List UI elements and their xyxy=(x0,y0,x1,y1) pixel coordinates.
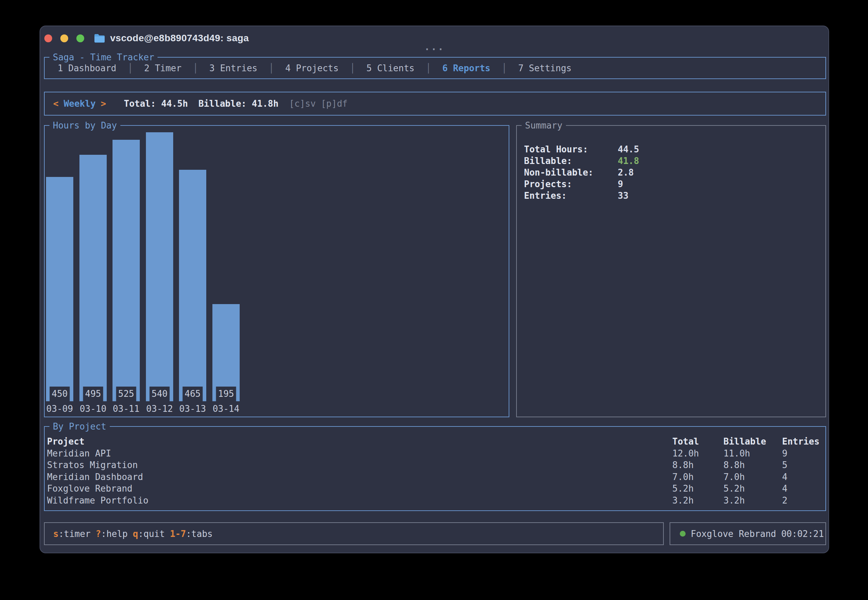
column-header-billable: Billable xyxy=(723,436,782,448)
project-cell: 5.2h xyxy=(672,483,723,495)
project-cell: 11.0h xyxy=(723,448,782,459)
hint-key: s xyxy=(53,529,59,539)
export-pdf-button[interactable]: [p]df xyxy=(321,98,347,109)
prev-period-button[interactable]: < xyxy=(53,98,59,109)
overflow-indicator: ··· xyxy=(40,45,829,54)
hint-key: ? xyxy=(96,529,101,539)
next-period-button[interactable]: > xyxy=(101,98,106,109)
column-header-total: Total xyxy=(672,436,723,448)
traffic-lights xyxy=(40,35,84,42)
export-csv-button[interactable]: [c]sv xyxy=(289,98,316,109)
column-header-project: Project xyxy=(47,436,672,448)
summary-title: Summary xyxy=(522,120,566,131)
zoom-window-button[interactable] xyxy=(76,35,84,42)
hint-action: :timer xyxy=(59,529,91,539)
bar-03-10: 495 xyxy=(79,155,107,401)
tab-5-clients[interactable]: 5 Clients xyxy=(367,63,415,73)
project-cell: 4 xyxy=(782,471,826,483)
bar-03-12: 540 xyxy=(146,132,173,401)
project-row-stratos-migration: Stratos Migration8.8h8.8h5 xyxy=(47,459,826,471)
project-cell: Wildframe Portfolio xyxy=(47,495,672,507)
project-cell: 4 xyxy=(782,483,826,495)
project-cell: 7.0h xyxy=(672,471,723,483)
tab-separator: │ xyxy=(127,63,133,73)
summary-label: Entries: xyxy=(524,190,618,202)
column-header-entries: Entries xyxy=(782,436,826,448)
summary-value: 41.8 xyxy=(618,156,639,166)
summary-row-entries: Entries:33 xyxy=(524,190,826,202)
summary-value: 9 xyxy=(618,179,623,189)
period-selector[interactable]: Weekly xyxy=(64,98,96,109)
project-cell: 2 xyxy=(782,495,826,507)
active-timer-status: Foxglove Rebrand 00:02:21 xyxy=(670,522,826,545)
close-window-button[interactable] xyxy=(44,35,52,42)
project-cell: 5 xyxy=(782,459,826,471)
minimize-window-button[interactable] xyxy=(61,35,68,42)
tab-separator: │ xyxy=(192,63,198,73)
summary-row-total-hours: Total Hours:44.5 xyxy=(524,144,826,155)
timer-elapsed: 00:02:21 xyxy=(781,529,824,539)
bar-value-label: 540 xyxy=(150,386,170,401)
tab-7-settings[interactable]: 7 Settings xyxy=(518,63,572,73)
bar-03-14: 195 xyxy=(212,304,240,401)
project-cell: 9 xyxy=(782,448,826,459)
tab-separator: │ xyxy=(426,63,431,73)
summary-label: Non-billable: xyxy=(524,167,618,178)
bar-03-11: 525 xyxy=(112,140,140,401)
bar-value-label: 450 xyxy=(50,386,70,401)
project-cell: Stratos Migration xyxy=(47,459,672,471)
summary-label: Billable: xyxy=(524,155,618,167)
project-table-header: Project Total Billable Entries xyxy=(47,436,826,448)
summary-row-billable: Billable:41.8 xyxy=(524,155,826,167)
app-tabs-panel: Saga - Time Tracker 1 Dashboard│2 Timer│… xyxy=(44,57,826,79)
project-row-wildframe-portfolio: Wildframe Portfolio3.2h3.2h2 xyxy=(47,495,826,507)
tab-separator: │ xyxy=(269,63,274,73)
terminal-window: vscode@e8b890743d49: saga ··· Saga - Tim… xyxy=(39,26,829,553)
tab-1-dashboard[interactable]: 1 Dashboard xyxy=(58,63,116,73)
key-hint-quit: q:quit xyxy=(133,529,165,539)
project-cell: 8.8h xyxy=(672,459,723,471)
project-cell: Meridian API xyxy=(47,448,672,459)
app-title: Saga - Time Tracker xyxy=(50,52,158,63)
key-hint-tabs: 1-7:tabs xyxy=(170,529,212,539)
tab-3-entries[interactable]: 3 Entries xyxy=(209,63,258,73)
tab-4-projects[interactable]: 4 Projects xyxy=(285,63,339,73)
bar-date-label: 03-13 xyxy=(179,404,206,414)
summary-value: 2.8 xyxy=(618,167,634,177)
key-hints: s:timer?:helpq:quit1-7:tabs xyxy=(53,529,218,539)
tab-2-timer[interactable]: 2 Timer xyxy=(144,63,182,73)
project-cell: 7.0h xyxy=(723,471,782,483)
project-cell: 3.2h xyxy=(672,495,723,507)
project-cell: 8.8h xyxy=(723,459,782,471)
project-table: Project Total Billable Entries Meridian … xyxy=(45,427,826,506)
timer-running-indicator xyxy=(680,531,686,536)
project-row-foxglove-rebrand: Foxglove Rebrand5.2h5.2h4 xyxy=(47,483,826,495)
summary-row-non-billable: Non-billable:2.8 xyxy=(524,167,826,178)
bar-value-label: 465 xyxy=(183,386,203,401)
bar-value-label: 195 xyxy=(216,386,236,401)
hours-by-day-panel: Hours by Day 45003-0949503-1052503-11540… xyxy=(44,125,509,417)
hint-action: :tabs xyxy=(186,529,212,539)
bar-03-09: 450 xyxy=(46,177,73,401)
key-hint-help: ?:help xyxy=(96,529,128,539)
timer-project: Foxglove Rebrand xyxy=(691,529,776,539)
by-project-panel: By Project Project Total Billable Entrie… xyxy=(44,426,826,511)
report-toolbar: < Weekly > Total: 44.5h Billable: 41.8h … xyxy=(44,92,826,115)
tab-bar: 1 Dashboard│2 Timer│3 Entries│4 Projects… xyxy=(45,58,826,79)
project-panel-title: By Project xyxy=(50,421,110,432)
bar-date-label: 03-14 xyxy=(212,404,240,414)
window-title: vscode@e8b890743d49: saga xyxy=(110,33,249,44)
tab-separator: │ xyxy=(501,63,507,73)
status-bar: s:timer?:helpq:quit1-7:tabs xyxy=(44,522,664,545)
summary-label: Projects: xyxy=(524,178,618,190)
summary-value: 33 xyxy=(618,191,628,201)
project-cell: Foxglove Rebrand xyxy=(47,483,672,495)
tab-6-reports[interactable]: 6 Reports xyxy=(442,63,490,73)
hint-action: :help xyxy=(101,529,127,539)
project-row-meridian-api: Meridian API12.0h11.0h9 xyxy=(47,448,826,459)
bar-value-label: 495 xyxy=(83,386,103,401)
toolbar-billable: Billable: 41.8h xyxy=(198,98,279,109)
project-cell: 12.0h xyxy=(672,448,723,459)
summary-body: Total Hours:44.5Billable:41.8Non-billabl… xyxy=(517,126,826,202)
bar-date-label: 03-10 xyxy=(79,404,107,414)
